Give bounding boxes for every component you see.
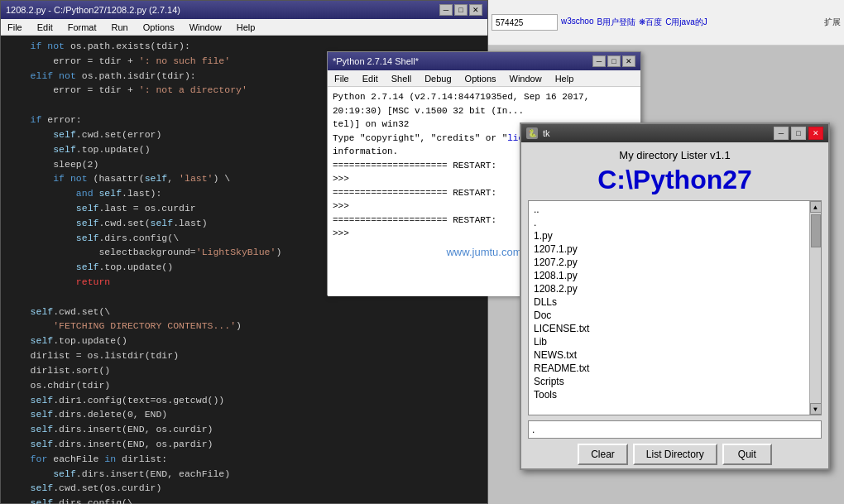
code-line: self.dirs.config(\ [7, 496, 481, 504]
shell-menu-help[interactable]: Help [552, 73, 578, 84]
shell-menu-options[interactable]: Options [462, 73, 500, 84]
list-item[interactable]: 1.py [530, 229, 808, 242]
nav-baidu[interactable]: ❋百度 [639, 17, 662, 28]
nav-java[interactable]: C用java的J [665, 17, 707, 28]
code-line: self.top.update() [7, 334, 481, 348]
code-window-title: 1208.2.py - C:/Python27/1208.2.py (2.7.1… [6, 5, 180, 15]
list-item[interactable]: LICENSE.txt [530, 322, 808, 335]
code-line: self.dirs.delete(0, END) [7, 407, 481, 422]
shell-menu-window[interactable]: Window [506, 73, 545, 84]
tk-window-controls: ─ □ ✕ [774, 127, 823, 140]
list-item[interactable]: DLLs [530, 295, 808, 309]
shell-minimize-btn[interactable]: ─ [592, 55, 606, 67]
code-line: self.dir1.config(text=os.getcwd()) [7, 393, 481, 408]
tk-window-title: tk [543, 128, 550, 138]
tk-body: My directory Lister v1.1 C:\Python27 .. … [521, 142, 828, 472]
extension-text: 扩展 [824, 17, 841, 28]
tk-button-row: Clear List Directory Quit [528, 444, 822, 465]
code-menubar: File Edit Format Run Options Window Help [1, 19, 487, 36]
tk-current-dir: C:\Python27 [528, 165, 822, 195]
address-text: 574425 [496, 18, 523, 27]
list-item[interactable]: .. [530, 203, 808, 216]
nav-w3school[interactable]: w3schoo [561, 17, 593, 28]
tk-close-btn[interactable]: ✕ [808, 127, 823, 140]
tk-title-left: 🐍 tk [526, 127, 550, 139]
code-close-btn[interactable]: ✕ [469, 4, 482, 16]
list-item[interactable]: Tools [530, 388, 808, 401]
code-line: for eachFile in dirlist: [7, 452, 481, 467]
shell-line-python: Python 2.7.14 (v2.7.14:84471935ed, Sep 1… [333, 90, 635, 118]
code-menu-help[interactable]: Help [233, 22, 259, 33]
list-item[interactable]: Scripts [530, 375, 808, 388]
list-item[interactable]: 1208.1.py [530, 269, 808, 282]
shell-menu-shell[interactable]: Shell [388, 73, 415, 84]
code-line: dirlist = os.listdir(tdir) [7, 348, 481, 363]
clear-button[interactable]: Clear [578, 444, 628, 465]
code-line: dirlist.sort() [7, 363, 481, 378]
code-line: self.dirs.insert(END, os.pardir) [7, 437, 481, 452]
shell-close-btn[interactable]: ✕ [622, 55, 635, 67]
shell-menu-edit[interactable]: Edit [359, 73, 381, 84]
code-line: self.cwd.set(\ [7, 305, 481, 319]
address-bar[interactable]: 574425 [492, 14, 558, 31]
tk-titlebar: 🐍 tk ─ □ ✕ [521, 124, 828, 142]
list-item[interactable]: NEWS.txt [530, 348, 808, 362]
shell-menubar: File Edit Shell Debug Options Window Hel… [328, 70, 640, 87]
code-line: self.dirs.insert(END, os.curdir) [7, 422, 481, 437]
code-line: os.chdir(tdir) [7, 378, 481, 393]
browser-bar: 574425 w3schoo B用户登陆 ❋百度 C用java的J 扩展 [488, 0, 844, 46]
code-line: self.cwd.set(os.curdir) [7, 481, 481, 496]
tk-window: 🐍 tk ─ □ ✕ My directory Lister v1.1 C:\P… [520, 122, 830, 470]
code-menu-window[interactable]: Window [186, 22, 225, 33]
tk-scrollbar[interactable]: ▲ ▼ [809, 201, 821, 415]
shell-titlebar: *Python 2.7.14 Shell* ─ □ ✕ [328, 52, 640, 70]
tk-entry-container [528, 420, 822, 439]
tk-path-input[interactable] [528, 420, 822, 439]
code-titlebar: 1208.2.py - C:/Python27/1208.2.py (2.7.1… [1, 1, 487, 19]
code-menu-format[interactable]: Format [65, 22, 100, 33]
code-maximize-btn[interactable]: □ [454, 4, 468, 16]
tk-minimize-btn[interactable]: ─ [774, 127, 789, 140]
code-menu-run[interactable]: Run [108, 22, 132, 33]
tk-scroll-thumb[interactable] [811, 214, 821, 247]
code-menu-file[interactable]: File [4, 22, 26, 33]
list-item[interactable]: 1207.1.py [530, 242, 808, 256]
list-item[interactable]: Doc [530, 309, 808, 322]
tk-scroll-up-btn[interactable]: ▲ [810, 201, 822, 213]
shell-window-controls: ─ □ ✕ [592, 55, 635, 67]
quit-button[interactable]: Quit [722, 444, 772, 465]
code-menu-edit[interactable]: Edit [34, 22, 56, 33]
code-line: self.dirs.insert(END, eachFile) [7, 467, 481, 482]
tk-maximize-btn[interactable]: □ [791, 127, 806, 140]
list-item[interactable]: 1208.2.py [530, 282, 808, 295]
list-directory-button[interactable]: List Directory [633, 444, 717, 465]
tk-listbox[interactable]: .. . 1.py 1207.1.py 1207.2.py 1208.1.py … [529, 201, 809, 415]
shell-menu-file[interactable]: File [331, 73, 352, 84]
list-item[interactable]: . [530, 216, 808, 229]
list-item[interactable]: 1207.2.py [530, 256, 808, 269]
code-line: 'FETCHING DIRECTORY CONTENTS...') [7, 319, 481, 334]
nav-user-login[interactable]: B用户登陆 [597, 17, 635, 28]
nav-icon-bar: 扩展 [824, 17, 841, 28]
shell-window-title: *Python 2.7.14 Shell* [333, 56, 419, 66]
shell-maximize-btn[interactable]: □ [607, 55, 621, 67]
list-item[interactable]: Lib [530, 335, 808, 348]
shell-menu-debug[interactable]: Debug [421, 73, 454, 84]
nav-links: w3schoo B用户登陆 ❋百度 C用java的J [561, 17, 707, 28]
tk-listbox-container: .. . 1.py 1207.1.py 1207.2.py 1208.1.py … [528, 200, 822, 415]
code-menu-options[interactable]: Options [140, 22, 178, 33]
code-window-controls: ─ □ ✕ [439, 4, 482, 16]
code-minimize-btn[interactable]: ─ [439, 4, 453, 16]
tk-app-icon: 🐍 [526, 127, 538, 139]
tk-scroll-down-btn[interactable]: ▼ [810, 403, 822, 415]
tk-app-title: My directory Lister v1.1 [528, 149, 822, 161]
list-item[interactable]: README.txt [530, 362, 808, 375]
